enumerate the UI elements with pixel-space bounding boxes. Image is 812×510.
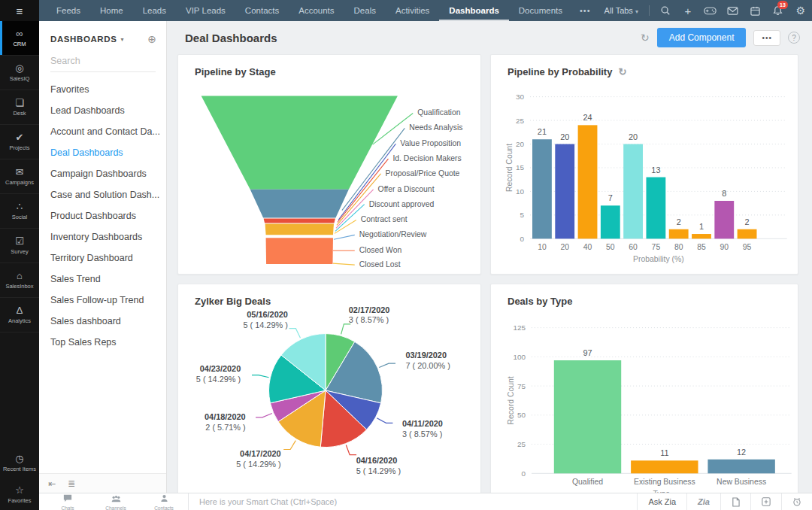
dashboard-list-item-product-dashboards[interactable]: Product Dashboards — [39, 205, 166, 226]
dashboard-list-item-account-and-contact-da[interactable]: Account and Contact Da... — [39, 121, 166, 142]
chat-tab-chats[interactable]: Chats — [44, 493, 92, 510]
zia-logo[interactable]: Zia — [686, 493, 720, 510]
settings-icon[interactable]: ⚙ — [789, 0, 812, 21]
pipeline-by-probability-card: Pipeline by Probability↻ 051015202530211… — [490, 54, 798, 275]
nav-tab-vip-leads[interactable]: VIP Leads — [176, 0, 235, 21]
nav-tab-home[interactable]: Home — [90, 0, 133, 21]
games-icon[interactable] — [699, 0, 722, 21]
sidebar-item-desk[interactable]: ❏Desk — [0, 90, 39, 125]
svg-text:Closed Lost: Closed Lost — [359, 260, 401, 269]
sidebar-item-social[interactable]: ∴Social — [0, 194, 39, 229]
sidebar-item-label: CRM — [13, 41, 26, 47]
svg-text:04/11/2020: 04/11/2020 — [402, 419, 443, 428]
sidebar-item-salesiq[interactable]: ◎SalesIQ — [0, 56, 39, 90]
chart-title: Pipeline by Probability↻ — [508, 66, 626, 77]
app-sidebar-items: ∞CRM◎SalesIQ❏Desk✔Projects✉Campaigns∴Soc… — [0, 21, 39, 332]
mail-icon[interactable] — [722, 0, 744, 21]
app-switcher-sidebar: ∞CRM◎SalesIQ❏Desk✔Projects✉Campaigns∴Soc… — [0, 21, 39, 510]
nav-tab-feeds[interactable]: Feeds — [47, 0, 90, 21]
notifications-icon[interactable]: 13 — [767, 0, 789, 21]
nav-tab-documents[interactable]: Documents — [509, 0, 572, 21]
chat-tab-channels[interactable]: Channels — [92, 493, 140, 510]
sidebar-item-analytics[interactable]: ∆Analytics — [0, 298, 39, 332]
pipeline-by-stage-funnel-chart: QualificationNeeds AnalysisValue Proposi… — [178, 55, 480, 274]
svg-text:Qualified: Qualified — [572, 478, 603, 486]
svg-text:Offer a Discount: Offer a Discount — [378, 185, 435, 193]
svg-text:Value Proposition: Value Proposition — [400, 139, 461, 147]
sidebar-item-label: SalesInbox — [5, 283, 33, 290]
sidebar-spacer — [0, 332, 39, 447]
reminder-clock-icon[interactable] — [781, 493, 812, 510]
help-icon[interactable]: ? — [788, 32, 800, 44]
dashboard-list-item-sales-dashboard[interactable]: Sales dashboard — [39, 311, 166, 332]
nav-tab-leads[interactable]: Leads — [133, 0, 176, 21]
add-component-button[interactable]: Add Component — [657, 28, 747, 47]
svg-text:13: 13 — [651, 165, 660, 175]
collapse-panel-icon[interactable]: ⇤ — [48, 478, 56, 489]
app-menu-icon: ≡ — [17, 5, 23, 17]
dashboard-more-button[interactable]: ••• — [753, 30, 780, 46]
dashboard-list-item-campaign-dashboards[interactable]: Campaign Dashboards — [39, 163, 166, 184]
svg-text:75: 75 — [652, 243, 661, 251]
sidebar-item-survey[interactable]: ☑Survey — [0, 229, 39, 263]
svg-text:04/16/2020: 04/16/2020 — [356, 456, 398, 465]
topbar-right: All Tabs▾ +13⚙ — [598, 0, 812, 21]
sidebar-item-recent-items[interactable]: ◷Recent Items — [0, 447, 39, 478]
sort-list-icon[interactable]: ≣ — [68, 478, 75, 489]
svg-text:7: 7 — [608, 193, 613, 202]
sidebar-item-label: Analytics — [8, 317, 31, 324]
add-icon[interactable]: + — [677, 0, 699, 21]
more-tabs-button[interactable]: ••• — [572, 6, 598, 15]
dashboard-list-item-territory-dashboard[interactable]: Territory Dashboard — [39, 247, 166, 269]
nav-tab-accounts[interactable]: Accounts — [289, 0, 344, 21]
nav-tab-deals[interactable]: Deals — [344, 0, 386, 21]
app-menu-button[interactable]: ≡ — [0, 0, 39, 21]
search-icon[interactable] — [654, 0, 677, 21]
nav-tab-activities[interactable]: Activities — [386, 0, 439, 21]
campaigns-mail-icon: ✉ — [16, 167, 24, 177]
notification-badge: 13 — [777, 1, 788, 9]
all-tabs-dropdown[interactable]: All Tabs▾ — [598, 6, 644, 15]
sidebar-item-label: Desk — [13, 110, 26, 117]
dashboard-list-item-inventory-dashboards[interactable]: Inventory Dashboards — [39, 226, 166, 247]
refresh-icon[interactable]: ↻ — [641, 32, 650, 44]
svg-text:20: 20 — [560, 132, 569, 141]
nav-tab-dashboards[interactable]: Dashboards — [439, 0, 508, 21]
sidebar-item-crm[interactable]: ∞CRM — [0, 21, 39, 56]
analytics-icon: ∆ — [17, 305, 23, 315]
calendar-icon[interactable] — [744, 0, 767, 21]
chatbar-icons — [720, 493, 812, 510]
dashboard-list-item-favorites[interactable]: Favorites — [39, 79, 166, 100]
chart-refresh-icon[interactable]: ↻ — [618, 66, 626, 77]
sidebar-item-salesinbox[interactable]: ⌂SalesInbox — [0, 263, 39, 298]
main-content: Deal Dashboards ↻ Add Component ••• ? Pi… — [167, 21, 812, 510]
smart-chat-input[interactable] — [199, 497, 637, 506]
svg-text:5 ( 14.29% ): 5 ( 14.29% ) — [196, 375, 241, 384]
add-dashboard-icon[interactable]: ⊕ — [147, 34, 156, 44]
sidebar-item-favorites[interactable]: ☆Favorites — [0, 478, 39, 510]
svg-text:10: 10 — [516, 187, 525, 196]
svg-text:85: 85 — [697, 243, 706, 251]
dashboard-list-item-sales-follow-up-trend[interactable]: Sales Follow-up Trend — [39, 290, 166, 311]
sidebar-item-projects[interactable]: ✔Projects — [0, 125, 39, 159]
ask-zia-button[interactable]: Ask Zia — [637, 493, 686, 510]
dashboard-list-item-sales-trend[interactable]: Sales Trend — [39, 269, 166, 290]
dashboard-list-item-lead-dashboards[interactable]: Lead Dashboards — [39, 100, 166, 121]
dashboard-list-item-deal-dashboards[interactable]: Deal Dashboards — [39, 142, 166, 163]
document-icon[interactable] — [720, 493, 750, 510]
dashboard-list-item-top-sales-reps[interactable]: Top Sales Reps — [39, 332, 166, 353]
dashboard-search-input[interactable] — [50, 52, 156, 72]
svg-text:Closed Won: Closed Won — [359, 246, 402, 254]
svg-text:03/19/2020: 03/19/2020 — [405, 351, 447, 360]
dashboard-list-item-case-and-solution-dash[interactable]: Case and Solution Dash... — [39, 184, 166, 205]
zylker-big-deals-card: Zylker Big Deals 02/17/20203 ( 8.57% )03… — [177, 284, 481, 509]
svg-text:02/17/2020: 02/17/2020 — [349, 305, 390, 314]
nav-tab-contacts[interactable]: Contacts — [235, 0, 289, 21]
sidebar-item-label: Social — [12, 214, 27, 220]
svg-text:75: 75 — [517, 382, 526, 390]
panel-caret-icon[interactable]: ▾ — [120, 36, 123, 43]
sidebar-item-campaigns[interactable]: ✉Campaigns — [0, 159, 39, 194]
pipeline-by-stage-card: Pipeline by Stage QualificationNeeds Ana… — [177, 54, 481, 275]
chat-tab-contacts[interactable]: Contacts — [140, 493, 188, 510]
add-window-icon[interactable] — [750, 493, 781, 510]
